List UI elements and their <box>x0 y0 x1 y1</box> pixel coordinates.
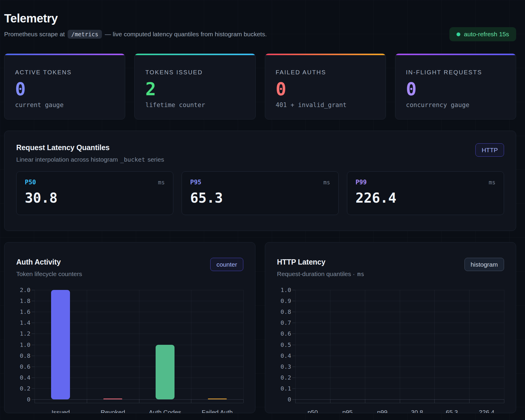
x-axis-border <box>295 403 504 403</box>
y-tick-mark <box>292 312 295 312</box>
stat-value: 2 <box>145 80 244 99</box>
x-tick-mark <box>35 399 35 403</box>
y-tick-label: 0.6 <box>20 363 30 370</box>
http-latency-panel: HTTP Latency Request-duration quantiles … <box>265 242 516 413</box>
x-axis: p50p95p9930.865.3226.4 <box>295 406 504 413</box>
y-tick-label: 0.7 <box>281 319 291 326</box>
counter-badge: counter <box>210 258 243 271</box>
y-tick-mark <box>292 388 295 389</box>
y-axis: 00.10.20.30.40.50.60.70.80.91.0 <box>265 290 291 399</box>
stat-label: FAILED AUTHS <box>276 69 375 76</box>
quantile-value: 226.4 <box>356 190 495 206</box>
x-tick-mark <box>87 399 87 403</box>
card-accent-bar <box>395 54 516 55</box>
metrics-endpoint-chip: /metrics <box>68 30 102 39</box>
chart-bar-auth-codes[interactable] <box>156 345 175 400</box>
stat-card-failed-auths: FAILED AUTHS 0 401 + invalid_grant <box>265 53 386 119</box>
panel-subtitle: Request-duration quantiles · ms <box>277 270 364 278</box>
x-tick-mark <box>365 399 365 403</box>
quantile-unit: ms <box>489 179 495 186</box>
subtitle-prefix: Linear interpolation across histogram <box>16 156 118 163</box>
gridline-vertical <box>469 290 469 399</box>
x-category-label: p95 <box>342 409 353 413</box>
y-axis: 00.20.40.60.81.01.21.41.61.82.0 <box>4 290 30 399</box>
gridline-vertical <box>400 290 400 399</box>
y-tick-label: 1.0 <box>20 341 30 348</box>
y-tick-label: 0 <box>288 396 291 403</box>
panel-title: Request Latency Quantiles <box>16 143 164 152</box>
y-tick-mark <box>292 345 295 345</box>
y-tick-mark <box>292 323 295 323</box>
stat-value: 0 <box>406 80 505 99</box>
quantile-card-header: P95 ms <box>190 179 330 186</box>
plot-area <box>35 290 243 399</box>
x-tick-mark <box>330 399 330 403</box>
panel-title: Auth Activity <box>16 258 82 266</box>
plot-area <box>295 290 504 399</box>
page-header: Telemetry Prometheus scrape at /metrics … <box>4 0 516 39</box>
panel-header-text: HTTP Latency Request-duration quantiles … <box>277 258 364 278</box>
y-tick-label: 0.9 <box>281 297 291 304</box>
y-tick-label: 0.4 <box>281 352 291 359</box>
quantile-label: P95 <box>190 179 201 186</box>
auto-refresh-label: auto-refresh 15s <box>464 31 509 38</box>
y-tick-mark <box>32 334 35 334</box>
chart-bar-failed-auth[interactable] <box>208 398 227 399</box>
y-tick-mark <box>32 399 35 400</box>
x-category-label: 65.3 <box>446 409 458 413</box>
x-tick-mark <box>191 399 191 403</box>
y-tick-label: 0.6 <box>281 330 291 337</box>
panel-header-text: Request Latency Quantiles Linear interpo… <box>16 143 164 163</box>
x-category-label: 226.4 <box>479 409 495 413</box>
y-tick-label: 1.6 <box>20 308 30 315</box>
quantile-card-p99: P99 ms 226.4 <box>347 171 504 215</box>
ms-unit-code: ms <box>357 270 364 278</box>
stat-label: IN-FLIGHT REQUESTS <box>406 69 505 76</box>
panel-subtitle: Token lifecycle counters <box>16 270 82 278</box>
panel-header: Auth Activity Token lifecycle counters c… <box>16 258 243 278</box>
latency-quantiles-panel: Request Latency Quantiles Linear interpo… <box>4 131 516 231</box>
gridline-vertical <box>191 290 191 399</box>
gridline-vertical <box>504 290 504 399</box>
quantile-unit: ms <box>323 179 330 186</box>
y-tick-mark <box>32 388 35 389</box>
gridline-vertical <box>139 290 139 399</box>
y-tick-mark <box>32 356 35 356</box>
x-category-label: Auth Codes <box>149 409 181 413</box>
subtitle-suffix: — live computed latency quantiles from h… <box>105 31 267 38</box>
y-tick-mark <box>32 301 35 301</box>
x-category-label: Revoked <box>101 409 125 413</box>
y-tick-mark <box>292 378 295 378</box>
quantile-value: 30.8 <box>25 190 165 206</box>
x-category-label: p50 <box>307 409 318 413</box>
y-tick-mark <box>32 290 35 290</box>
chart-bar-issued[interactable] <box>51 290 70 399</box>
chart-bar-revoked[interactable] <box>103 398 122 399</box>
x-category-label: Failed Auth <box>202 409 233 413</box>
stat-card-row: ACTIVE TOKENS 0 current gauge TOKENS ISS… <box>4 53 516 119</box>
auth-activity-panel: Auth Activity Token lifecycle counters c… <box>4 242 255 413</box>
stat-value: 0 <box>15 80 114 99</box>
stat-label: ACTIVE TOKENS <box>15 69 114 76</box>
panel-header: Request Latency Quantiles Linear interpo… <box>16 143 504 163</box>
stat-subtext: concurrency gauge <box>406 101 505 109</box>
y-tick-mark <box>32 378 35 378</box>
stat-card-tokens-issued: TOKENS ISSUED 2 lifetime counter <box>134 53 255 119</box>
page-subtitle: Prometheus scrape at /metrics — live com… <box>4 30 516 39</box>
gridline-vertical <box>330 290 330 399</box>
y-tick-mark <box>292 290 295 290</box>
y-tick-mark <box>32 345 35 345</box>
quantile-unit: ms <box>158 179 165 186</box>
y-tick-mark <box>32 323 35 323</box>
gridline-vertical <box>434 290 435 399</box>
quantile-card-p95: P95 ms 65.3 <box>182 171 339 215</box>
y-tick-mark <box>292 367 295 367</box>
x-tick-mark <box>400 399 400 403</box>
x-tick-mark <box>295 399 296 403</box>
quantile-value: 65.3 <box>190 190 330 206</box>
x-tick-mark <box>243 399 244 403</box>
gridline-vertical <box>295 290 296 399</box>
card-accent-bar <box>135 54 255 55</box>
y-tick-label: 0.2 <box>20 385 30 392</box>
y-tick-label: 1.2 <box>20 330 30 337</box>
